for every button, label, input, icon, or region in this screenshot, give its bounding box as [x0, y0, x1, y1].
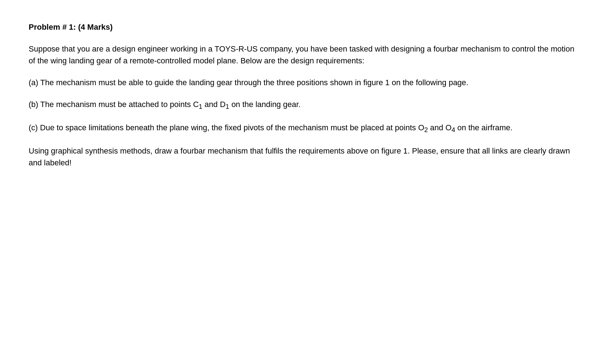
part-a-text: The mechanism must be able to guide the … — [38, 78, 468, 87]
part-b-text-before: The mechanism must be attached to points… — [38, 100, 199, 109]
part-b-text-middle: and D — [202, 100, 225, 109]
part-c-sub2: 4 — [452, 126, 455, 134]
part-b-text-after: on the landing gear. — [229, 100, 301, 109]
part-c-text-after: on the airframe. — [455, 123, 512, 132]
part-c-sub1: 2 — [424, 126, 428, 134]
conclusion-paragraph: Using graphical synthesis methods, draw … — [29, 145, 579, 169]
part-b-sub1: 1 — [199, 103, 202, 110]
part-c-label: (c) — [29, 123, 38, 132]
part-c-paragraph: (c) Due to space limitations beneath the… — [29, 122, 579, 135]
intro-paragraph: Suppose that you are a design engineer w… — [29, 43, 579, 67]
part-b-sub2: 1 — [225, 103, 229, 110]
part-a-paragraph: (a) The mechanism must be able to guide … — [29, 77, 579, 88]
problem-title: Problem # 1: (4 Marks) — [29, 21, 579, 33]
part-c-text-before: Due to space limitations beneath the pla… — [38, 123, 424, 132]
part-c-text-middle: and O — [428, 123, 452, 132]
part-b-paragraph: (b) The mechanism must be attached to po… — [29, 98, 579, 112]
part-a-label: (a) — [29, 78, 38, 87]
part-b-label: (b) — [29, 100, 38, 109]
